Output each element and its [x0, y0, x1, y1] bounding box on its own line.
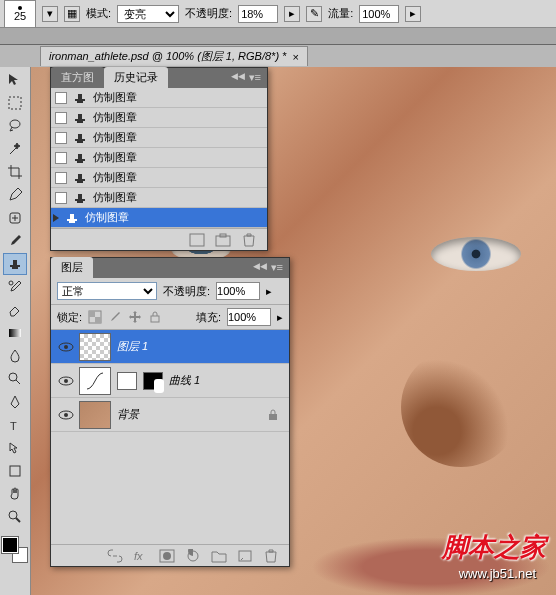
arrow-icon[interactable]: ▸ [266, 285, 272, 298]
move-tool[interactable] [3, 69, 27, 91]
snapshot-icon[interactable] [215, 233, 231, 247]
history-checkbox[interactable] [55, 132, 67, 144]
history-checkbox[interactable] [55, 92, 67, 104]
svg-point-21 [64, 413, 68, 417]
lock-all-icon[interactable] [148, 310, 162, 324]
history-brush-tool[interactable] [3, 276, 27, 298]
fx-icon[interactable]: fx [133, 549, 149, 563]
trash-icon[interactable] [241, 233, 257, 247]
lock-transparent-icon[interactable] [88, 310, 102, 324]
mask-thumb[interactable] [117, 372, 137, 390]
opacity-input[interactable] [238, 5, 278, 23]
layer-row[interactable]: 图层 1 [51, 330, 289, 364]
foreground-color[interactable] [2, 537, 18, 553]
tab-history[interactable]: 历史记录 [104, 67, 168, 88]
mask-icon[interactable] [159, 549, 175, 563]
history-item[interactable]: 仿制图章 [51, 88, 267, 108]
stamp-icon [73, 91, 87, 105]
pen-tool[interactable] [3, 391, 27, 413]
pressure-opacity-icon[interactable]: ✎ [306, 6, 322, 22]
tab-layers[interactable]: 图层 [51, 257, 93, 278]
opacity-arrow-icon[interactable]: ▸ [284, 6, 300, 22]
layer-name: 图层 1 [117, 339, 287, 354]
lock-icon [267, 409, 279, 421]
lock-position-icon[interactable] [128, 310, 142, 324]
watermark-url: www.jb51.net [459, 566, 536, 581]
history-item[interactable]: 仿制图章 [51, 148, 267, 168]
layer-thumb[interactable] [79, 401, 111, 429]
brush-panel-icon[interactable]: ▦ [64, 6, 80, 22]
tab-histogram[interactable]: 直方图 [51, 67, 104, 88]
visibility-icon[interactable] [57, 406, 75, 424]
collapse-icon[interactable]: ◀◀ [253, 261, 267, 271]
stamp-icon [73, 131, 87, 145]
stamp-icon [73, 191, 87, 205]
new-layer-icon[interactable] [237, 549, 253, 563]
layer-thumb[interactable] [79, 333, 111, 361]
eyedropper-tool[interactable] [3, 184, 27, 206]
group-icon[interactable] [211, 549, 227, 563]
zoom-tool[interactable] [3, 506, 27, 528]
flow-arrow-icon[interactable]: ▸ [405, 6, 421, 22]
history-label: 仿制图章 [93, 170, 137, 185]
arrow-icon[interactable]: ▸ [277, 311, 283, 324]
visibility-icon[interactable] [57, 338, 75, 356]
layer-opacity-input[interactable] [216, 282, 260, 300]
mask-thumb[interactable] [143, 372, 163, 390]
close-icon[interactable]: × [292, 51, 298, 63]
history-checkbox[interactable] [55, 112, 67, 124]
adjustment-icon[interactable] [185, 549, 201, 563]
panel-menu-icon[interactable]: ▾≡ [271, 261, 283, 274]
wand-tool[interactable] [3, 138, 27, 160]
layer-row[interactable]: 曲线 1 [51, 364, 289, 398]
history-item[interactable]: 仿制图章 [51, 128, 267, 148]
layer-blend-select[interactable]: 正常 [57, 282, 157, 300]
history-item[interactable]: 仿制图章 [51, 188, 267, 208]
flow-input[interactable] [359, 5, 399, 23]
brush-preview[interactable]: 25 [4, 0, 36, 28]
history-item[interactable]: 仿制图章 [51, 208, 267, 228]
crop-tool[interactable] [3, 161, 27, 183]
svg-rect-4 [9, 329, 21, 337]
layer-thumb[interactable] [79, 367, 111, 395]
blur-tool[interactable] [3, 345, 27, 367]
hand-tool[interactable] [3, 483, 27, 505]
brush-tool[interactable] [3, 230, 27, 252]
blend-mode-select[interactable]: 变亮 [117, 5, 179, 23]
history-item[interactable]: 仿制图章 [51, 108, 267, 128]
collapse-icon[interactable]: ◀◀ [231, 71, 245, 81]
document-tab[interactable]: ironman_athlete.psd @ 100% (图层 1, RGB/8*… [40, 46, 308, 66]
dodge-tool[interactable] [3, 368, 27, 390]
layer-name: 曲线 1 [169, 373, 287, 388]
history-item[interactable]: 仿制图章 [51, 168, 267, 188]
brush-toggle-icon[interactable]: ▾ [42, 6, 58, 22]
visibility-icon[interactable] [57, 372, 75, 390]
layer-opacity-label: 不透明度: [163, 284, 210, 299]
healing-tool[interactable] [3, 207, 27, 229]
fill-input[interactable] [227, 308, 271, 326]
lock-pixels-icon[interactable] [108, 310, 122, 324]
gradient-tool[interactable] [3, 322, 27, 344]
shape-tool[interactable] [3, 460, 27, 482]
new-doc-icon[interactable] [189, 233, 205, 247]
svg-rect-22 [269, 414, 277, 420]
panel-menu-icon[interactable]: ▾≡ [249, 71, 261, 84]
trash-icon[interactable] [263, 549, 279, 563]
clone-stamp-tool[interactable] [3, 253, 27, 275]
color-swatches[interactable] [2, 537, 28, 563]
svg-rect-7 [10, 466, 20, 476]
eraser-tool[interactable] [3, 299, 27, 321]
history-checkbox[interactable] [55, 192, 67, 204]
lasso-tool[interactable] [3, 115, 27, 137]
svg-text:T: T [10, 420, 17, 432]
layer-row[interactable]: 背景 [51, 398, 289, 432]
type-tool[interactable]: T [3, 414, 27, 436]
control-strip [0, 28, 556, 45]
marquee-tool[interactable] [3, 92, 27, 114]
layers-footer: fx [51, 544, 289, 566]
link-icon[interactable] [107, 549, 123, 563]
path-tool[interactable] [3, 437, 27, 459]
history-checkbox[interactable] [55, 172, 67, 184]
history-checkbox[interactable] [55, 152, 67, 164]
document-title: ironman_athlete.psd @ 100% (图层 1, RGB/8*… [49, 49, 286, 64]
